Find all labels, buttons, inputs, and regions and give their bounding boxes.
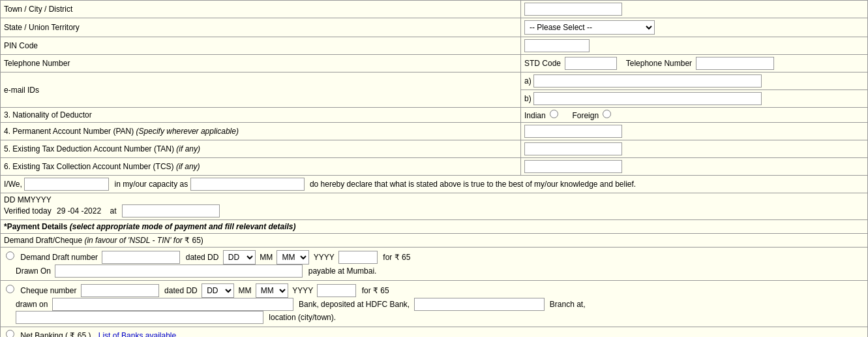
tcs-label: 6. Existing Tax Collection Account Numbe… [1, 158, 521, 176]
verified-date: 29 -04 -2022 [57, 206, 101, 216]
verified-label: Verified today [4, 206, 52, 216]
cheque-drawn-on-input[interactable] [52, 298, 293, 311]
declaration-capacity-input[interactable] [190, 178, 305, 191]
dd-yyyy-label: YYYY [314, 253, 335, 262]
pin-code-label: PIN Code [1, 37, 521, 55]
email-a-label: a) [524, 76, 531, 86]
dd-number-input[interactable] [102, 251, 180, 264]
dd-number-label: Demand Draft number [20, 253, 98, 262]
declaration-text: do hereby declare that what is stated ab… [310, 180, 636, 189]
dd-for-label: for ₹ 65 [383, 253, 410, 262]
cheque-number-input[interactable] [81, 284, 159, 297]
cheque-yyyy-label: YYYY [292, 286, 313, 295]
cheque-dated-label: dated DD [164, 286, 198, 295]
town-city-district-input[interactable] [524, 3, 622, 16]
dd-drawn-on-label: Drawn On [16, 266, 51, 276]
std-code-input[interactable] [565, 57, 617, 70]
cheque-location-label: location (city/town). [269, 313, 336, 322]
cheque-bank-label: Bank, deposited at HDFC Bank, [299, 300, 410, 309]
verified-dd-label: DD MMYYYY [4, 195, 51, 204]
verified-place-input[interactable] [122, 204, 220, 217]
cheque-day-select[interactable]: DD010203 [202, 283, 234, 298]
email-label: e-mail IDs [1, 72, 521, 108]
pan-sublabel: (Specify wherever applicable) [136, 127, 239, 136]
dd-month-select[interactable]: MM010203040506070809101112 [277, 250, 309, 265]
dd-mm-label: MM [260, 253, 273, 262]
dd-dated-label: dated DD [186, 253, 219, 262]
indian-radio[interactable] [550, 110, 558, 118]
declaration-capacity: in my/our capacity as [114, 180, 188, 189]
cheque-month-select[interactable]: MM010203040506070809101112 [256, 283, 288, 298]
payment-header: *Payment Details (select appropriate mod… [1, 220, 868, 234]
dd-drawn-on-input[interactable] [55, 265, 303, 278]
cheque-year-input[interactable] [317, 284, 356, 297]
state-select[interactable]: -- Please Select -- Andhra Pradesh Mahar… [524, 20, 655, 35]
verified-at: at [110, 206, 116, 216]
tan-sublabel: (if any) [176, 144, 200, 153]
dd-payable-label: payable at Mumbai. [308, 266, 377, 276]
state-label: State / Union Territory [1, 18, 521, 37]
indian-label: Indian [524, 111, 546, 120]
cheque-branch-label: Branch at, [550, 300, 586, 309]
cheque-bank-input[interactable] [414, 298, 545, 311]
cheque-radio[interactable] [6, 285, 14, 293]
email-a-input[interactable] [533, 74, 762, 88]
pan-label: 4. Permanent Account Number (PAN) (Speci… [1, 123, 521, 140]
pan-input[interactable] [524, 125, 622, 138]
declaration-we: I/We, [4, 180, 22, 189]
std-code-label: STD Code [524, 59, 561, 68]
telephone-number-input[interactable] [696, 57, 774, 70]
dd-day-select[interactable]: DD0102030405 [223, 250, 256, 265]
tan-label: 5. Existing Tax Deduction Account Number… [1, 140, 521, 158]
town-city-district-label: Town / City / District [1, 1, 521, 18]
tcs-sublabel: (if any) [176, 162, 200, 171]
cheque-number-label: Cheque number [20, 286, 76, 295]
net-banking-radio[interactable] [6, 330, 14, 337]
tcs-input[interactable] [524, 160, 622, 173]
tan-input[interactable] [524, 142, 622, 155]
cheque-location-input[interactable] [16, 311, 263, 324]
nationality-label: 3. Nationality of Deductor [1, 108, 521, 123]
dd-radio[interactable] [6, 251, 14, 260]
dd-year-input[interactable] [338, 251, 378, 264]
cheque-drawn-on-label: drawn on [16, 300, 48, 309]
dd-cheque-label: Demand Draft/Cheque (in favour of 'NSDL … [1, 234, 868, 248]
email-b-label: b) [524, 94, 531, 103]
pin-code-input[interactable] [524, 39, 590, 52]
telephone-label: Telephone Number [1, 55, 521, 72]
email-b-input[interactable] [533, 92, 762, 105]
cheque-mm-label: MM [238, 286, 251, 295]
foreign-radio[interactable] [603, 110, 611, 118]
telephone-number-label: Telephone Number [626, 59, 692, 68]
cheque-for-label: for ₹ 65 [362, 286, 389, 295]
foreign-label: Foreign [572, 111, 599, 120]
net-banking-label: Net Banking ( ₹ 65 ) [20, 331, 91, 337]
list-of-banks-link[interactable]: List of Banks available [98, 331, 176, 337]
declaration-name-input[interactable] [24, 178, 109, 191]
